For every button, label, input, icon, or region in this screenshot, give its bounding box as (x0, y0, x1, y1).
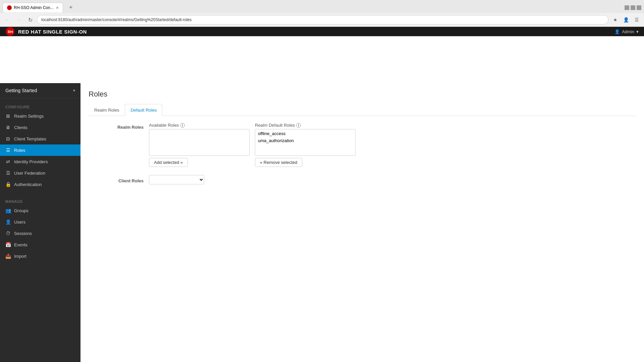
sessions-icon: ⏱ (5, 231, 11, 236)
sidebar-item-roles[interactable]: ☰ Roles (0, 144, 80, 156)
users-icon: 👤 (5, 219, 11, 225)
realm-default-roles-container: Realm Default Roles ℹ offline_access uma… (255, 123, 356, 167)
sidebar-item-sessions[interactable]: ⏱ Sessions (0, 228, 80, 239)
browser-titlebar: RH-SSO Admin Con... × + (0, 0, 644, 13)
browser-actions: ★ 👤 ☰ (610, 15, 641, 24)
sidebar-item-users[interactable]: 👤 Users (0, 216, 80, 228)
realm-roles-controls: Available Roles ℹ Add selected » Realm D… (149, 123, 356, 167)
sidebar-label-clients: Clients (14, 125, 28, 130)
default-roles-section: Realm Roles Available Roles ℹ Add select… (89, 123, 636, 184)
browser-max-button[interactable] (631, 5, 635, 10)
browser-tab[interactable]: RH-SSO Admin Con... × (3, 3, 63, 12)
address-bar[interactable] (37, 15, 608, 24)
tab-favicon (7, 5, 12, 10)
menu-button[interactable]: ☰ (632, 15, 641, 24)
main-content: Roles Realm Roles Default Roles Realm Ro… (80, 83, 644, 362)
forward-button[interactable]: → (14, 15, 23, 24)
sidebar-item-identity-providers[interactable]: ⇄ Identity Providers (0, 156, 80, 167)
firefox-account-button[interactable]: 👤 (621, 15, 631, 24)
user-icon: 👤 (614, 29, 620, 34)
sidebar-label-realm-settings: Realm Settings (14, 114, 44, 119)
sidebar-label-sessions: Sessions (14, 231, 32, 236)
authentication-icon: 🔒 (5, 182, 11, 187)
sidebar-label-user-federation: User Federation (14, 171, 45, 176)
getting-started-label: Getting Started (5, 88, 37, 93)
sidebar-item-groups[interactable]: 👥 Groups (0, 205, 80, 216)
realm-default-roles-info-icon[interactable]: ℹ (296, 123, 301, 128)
client-roles-select[interactable] (149, 175, 204, 184)
sidebar-label-authentication: Authentication (14, 182, 42, 187)
client-roles-label: Client Roles (89, 176, 149, 183)
sidebar-item-import[interactable]: 📥 Import (0, 250, 80, 262)
identity-providers-icon: ⇄ (5, 159, 11, 164)
import-icon: 📥 (5, 253, 11, 259)
sidebar: Getting Started ▾ Configure ⊞ Realm Sett… (0, 83, 80, 362)
available-roles-container: Available Roles ℹ Add selected » (149, 123, 250, 167)
tab-default-roles[interactable]: Default Roles (125, 104, 162, 116)
tab-close-button[interactable]: × (56, 5, 59, 10)
tabs-container: Realm Roles Default Roles (89, 104, 636, 116)
user-federation-icon: ☰ (5, 170, 11, 176)
sidebar-label-users: Users (14, 220, 25, 225)
main-wrapper: Getting Started ▾ Configure ⊞ Realm Sett… (0, 83, 644, 362)
sidebar-item-clients[interactable]: 🖥 Clients (0, 122, 80, 133)
getting-started-chevron: ▾ (73, 88, 75, 93)
realm-roles-row: Realm Roles Available Roles ℹ Add select… (89, 123, 636, 167)
reload-button[interactable]: ↻ (25, 15, 35, 24)
browser-close-button[interactable] (637, 5, 641, 10)
client-templates-icon: ⊟ (5, 136, 11, 141)
back-button[interactable]: ← (3, 15, 12, 24)
browser-min-button[interactable] (625, 5, 629, 10)
sidebar-label-groups: Groups (14, 208, 29, 213)
events-icon: 📅 (5, 242, 11, 247)
user-dropdown-icon: ▾ (636, 29, 639, 34)
user-label: Admin (622, 29, 634, 34)
available-roles-actions: Add selected » (149, 158, 250, 167)
role-option-offline-access[interactable]: offline_access (256, 130, 355, 137)
bookmark-button[interactable]: ★ (610, 15, 620, 24)
sidebar-label-roles: Roles (14, 148, 25, 153)
sidebar-getting-started[interactable]: Getting Started ▾ (0, 83, 80, 98)
page-title: Roles (89, 90, 636, 99)
available-roles-label: Available Roles ℹ (149, 123, 250, 128)
manage-group-label: Manage (0, 195, 80, 205)
roles-icon: ☰ (5, 147, 11, 153)
realm-roles-label: Realm Roles (89, 123, 149, 130)
sidebar-item-events[interactable]: 📅 Events (0, 239, 80, 250)
redhat-logo: RH (5, 27, 15, 36)
sidebar-item-client-templates[interactable]: ⊟ Client Templates (0, 133, 80, 144)
groups-icon: 👥 (5, 208, 11, 213)
browser-chrome: RH-SSO Admin Con... × + ← → ↻ ★ 👤 ☰ (0, 0, 644, 27)
realm-default-roles-listbox[interactable]: offline_access uma_authorization (255, 129, 356, 156)
available-roles-info-icon[interactable]: ℹ (180, 123, 185, 128)
sidebar-item-user-federation[interactable]: ☰ User Federation (0, 167, 80, 179)
svg-text:RH: RH (8, 30, 13, 34)
sidebar-label-import: Import (14, 254, 26, 259)
available-roles-listbox[interactable] (149, 129, 250, 156)
header-left: RH RED HAT SINGLE SIGN-ON (5, 27, 87, 36)
sidebar-label-identity-providers: Identity Providers (14, 159, 48, 164)
user-menu[interactable]: 👤 Admin ▾ (614, 29, 639, 34)
sidebar-label-events: Events (14, 242, 28, 247)
sidebar-label-client-templates: Client Templates (14, 136, 46, 141)
remove-selected-button[interactable]: « Remove selected (255, 158, 302, 167)
realm-default-roles-actions: « Remove selected (255, 158, 356, 167)
tab-realm-roles[interactable]: Realm Roles (89, 104, 125, 116)
sidebar-configure-section: Configure ⊞ Realm Settings 🖥 Clients ⊟ C… (0, 98, 80, 193)
sidebar-item-realm-settings[interactable]: ⊞ Realm Settings (0, 110, 80, 122)
app-header: RH RED HAT SINGLE SIGN-ON 👤 Admin ▾ (0, 27, 644, 36)
client-roles-row: Client Roles (89, 175, 636, 184)
clients-icon: 🖥 (5, 125, 11, 130)
configure-group-label: Configure (0, 101, 80, 110)
sidebar-manage-section: Manage 👥 Groups 👤 Users ⏱ Sessions 📅 Eve… (0, 193, 80, 264)
app-title: RED HAT SINGLE SIGN-ON (18, 29, 87, 35)
sidebar-item-authentication[interactable]: 🔒 Authentication (0, 179, 80, 190)
add-selected-button[interactable]: Add selected » (149, 158, 188, 167)
tab-title: RH-SSO Admin Con... (14, 5, 54, 10)
role-option-uma-authorization[interactable]: uma_authorization (256, 137, 355, 144)
browser-toolbar: ← → ↻ ★ 👤 ☰ (0, 13, 644, 26)
realm-settings-icon: ⊞ (5, 113, 11, 119)
realm-default-roles-label: Realm Default Roles ℹ (255, 123, 356, 128)
new-tab-button[interactable]: + (65, 2, 77, 13)
